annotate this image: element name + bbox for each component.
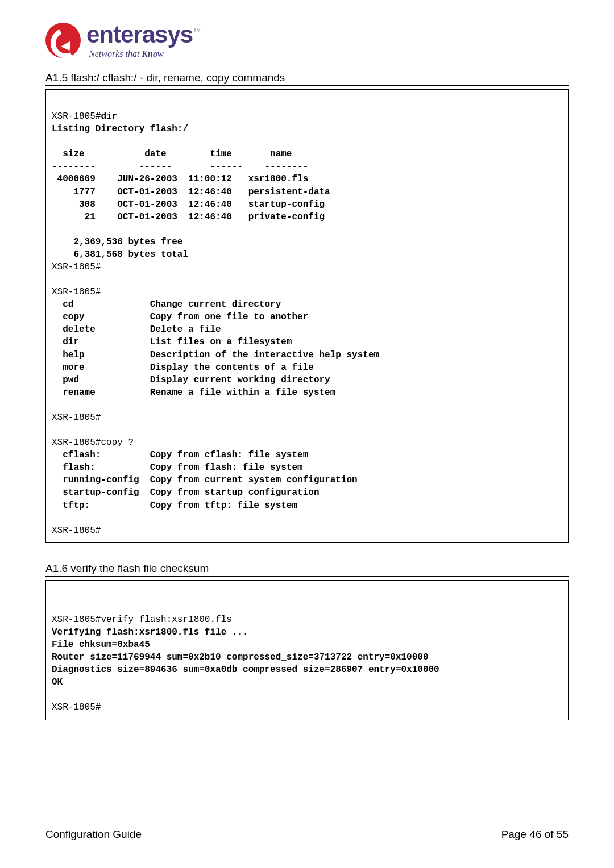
router-line: Router size=11769944 sum=0x2b10 compress… [52,652,429,662]
prompt: XSR-1805# [52,262,101,272]
prompt: XSR-1805# [52,412,101,423]
section-heading-a1-5: A1.5 flash:/ cflash:/ - dir, rename, cop… [45,72,569,86]
logo-text: enterasys™ Networks that Know [86,23,200,59]
file-row: 21 OCT-01-2003 12:46:40 private-config [52,212,325,222]
file-row: 1777 OCT-01-2003 12:46:40 persistent-dat… [52,187,330,197]
copy-row-tftp: tftp: Copy from tftp: file system [52,500,297,511]
help-row-cd: cd Change current directory [52,299,281,310]
brand-tagline: Networks that Know [89,49,200,59]
help-row-more: more Display the contents of a file [52,362,314,373]
prompt: XSR-1805# [52,702,101,712]
file-row: 308 OCT-01-2003 12:46:40 startup-config [52,199,325,210]
terminal-output-a1-6: XSR-1805#verify flash:xsr1800.fls Verify… [45,580,569,720]
footer-right: Page 46 of 55 [501,828,569,841]
footer-left: Configuration Guide [45,828,142,841]
tagline-plain: Networks that [89,49,142,59]
trademark-symbol: ™ [193,27,200,36]
logo: enterasys™ Networks that Know [45,23,569,59]
file-row: 4000669 JUN-26-2003 11:00:12 xsr1800.fls [52,174,308,184]
help-row-dir: dir List files on a filesystem [52,337,292,347]
listing-line: Listing Directory flash:/ [52,124,188,134]
logo-icon [45,23,81,58]
help-row-copy: copy Copy from one file to another [52,312,308,322]
section-heading-a1-6: A1.6 verify the flash file checksum [45,562,569,577]
cmd-dir: dir [101,111,117,122]
prompt-copy: XSR-1805#copy ? [52,437,134,448]
terminal-output-a1-5: XSR-1805#dir Listing Directory flash:/ s… [45,89,569,543]
help-row-delete: delete Delete a file [52,324,221,335]
copy-row-startup-config: startup-config Copy from startup configu… [52,487,319,498]
tagline-bold: Know [142,49,163,59]
help-row-rename: rename Rename a file within a file syste… [52,387,335,398]
copy-row-flash: flash: Copy from flash: file system [52,462,303,473]
prompt: XSR-1805# [52,111,101,122]
table-header: size date time name [52,149,292,159]
copy-row-running-config: running-config Copy from current system … [52,475,358,485]
brand-word: enterasys [86,21,193,48]
help-row-help: help Description of the interactive help… [52,350,379,360]
prompt: XSR-1805# [52,287,101,297]
page-footer: Configuration Guide Page 46 of 55 [45,828,569,841]
prompt: XSR-1805# [52,525,101,536]
brand-name: enterasys™ [86,23,200,47]
bytes-free: 2,369,536 bytes free [52,237,182,247]
help-row-pwd: pwd Display current working directory [52,375,330,385]
chksum-line: File chksum=0xba45 [52,640,150,650]
table-rule: -------- ------ ------ -------- [52,161,308,172]
verify-line: Verifying flash:xsr1800.fls file ... [52,627,248,637]
diag-line: Diagnostics size=894636 sum=0xa0db compr… [52,665,439,675]
ok-line: OK [52,677,63,687]
cmd-verify: XSR-1805#verify flash:xsr1800.fls [52,615,232,625]
bytes-total: 6,381,568 bytes total [52,249,188,260]
copy-row-cflash: cflash: Copy from cflash: file system [52,450,308,460]
